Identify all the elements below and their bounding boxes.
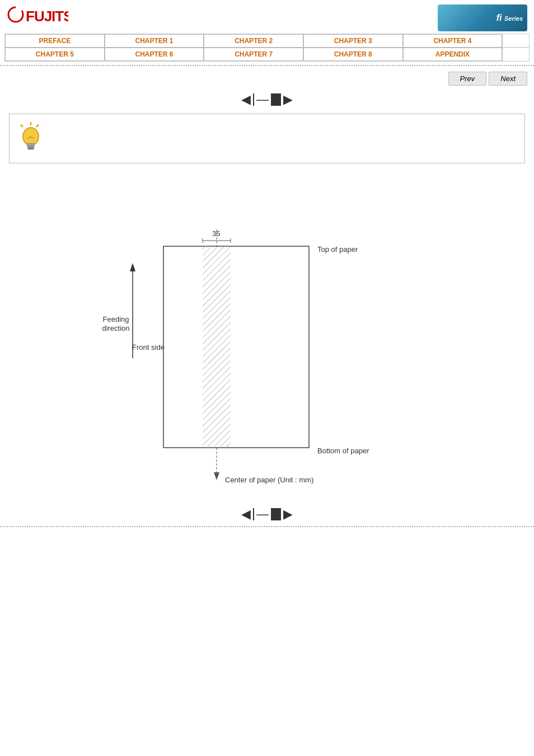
svg-rect-6	[27, 143, 35, 145]
separator-1	[253, 93, 254, 106]
prev-next-bar: Prev Next	[0, 69, 534, 88]
step-back-button[interactable]: —	[256, 93, 269, 106]
svg-text:FUJITSU: FUJITSU	[26, 8, 68, 25]
top-divider	[0, 65, 534, 66]
diagram-area: Feeding direction 35 Top of paper Front …	[0, 168, 534, 504]
nav-chapter1[interactable]: CHAPTER 1	[105, 34, 204, 48]
fujitsu-logo: FUJITSU	[7, 6, 68, 30]
fi-series-text: fi Series	[496, 13, 523, 23]
nav-chapter3[interactable]: CHAPTER 3	[303, 34, 403, 48]
bottom-block-icon	[271, 508, 281, 520]
feeding-direction-line1: Feeding	[103, 315, 129, 323]
center-arrow	[214, 472, 219, 480]
svg-rect-8	[28, 148, 34, 149]
nav-appendix[interactable]: APPENDIX	[403, 48, 503, 61]
prev-button[interactable]: Prev	[448, 72, 487, 86]
bottom-separator-1	[253, 508, 254, 520]
svg-line-4	[21, 125, 23, 127]
svg-point-5	[23, 128, 39, 145]
bottom-step-forward-button[interactable]: ▶	[283, 508, 293, 520]
navigation: PREFACE CHAPTER 1 CHAPTER 2 CHAPTER 3 CH…	[4, 34, 530, 62]
next-button[interactable]: Next	[489, 72, 527, 86]
nav-spacer-1	[502, 34, 529, 48]
step-forward-button[interactable]: ▶	[283, 93, 293, 106]
fi-series-logo: fi Series	[438, 4, 527, 31]
paper-outline	[163, 246, 309, 448]
center-stripe	[203, 246, 231, 448]
nav-preface[interactable]: PREFACE	[5, 34, 105, 48]
svg-rect-7	[27, 145, 34, 148]
measurement-label: 35	[212, 229, 220, 238]
nav-row-2: CHAPTER 5 CHAPTER 6 CHAPTER 7 CHAPTER 8 …	[5, 48, 529, 61]
feeding-direction-line2: direction	[102, 324, 129, 332]
front-side-label: Front side	[132, 343, 165, 351]
bottom-skip-back-button[interactable]: ◀	[241, 508, 251, 520]
nav-chapter4[interactable]: CHAPTER 4	[403, 34, 503, 48]
top-playback-controls: ◀ — ▶	[0, 88, 534, 109]
nav-chapter8[interactable]: CHAPTER 8	[303, 48, 403, 61]
nav-chapter5[interactable]: CHAPTER 5	[5, 48, 105, 61]
skip-back-button[interactable]: ◀	[241, 93, 251, 106]
nav-chapter2[interactable]: CHAPTER 2	[204, 34, 303, 48]
top-paper-label: Top of paper	[317, 245, 358, 253]
header: FUJITSU fi Series	[0, 0, 534, 34]
svg-line-3	[36, 125, 39, 127]
block-icon	[271, 93, 281, 106]
lightbulb-icon	[16, 121, 45, 156]
nav-chapter7[interactable]: CHAPTER 7	[204, 48, 303, 61]
nav-row-1: PREFACE CHAPTER 1 CHAPTER 2 CHAPTER 3 CH…	[5, 34, 529, 48]
bottom-playback-controls: ◀ — ▶	[0, 504, 534, 524]
center-paper-label: Center of paper (Unit : mm)	[225, 476, 313, 484]
bottom-step-back-button[interactable]: —	[256, 508, 269, 520]
paper-diagram: Feeding direction 35 Top of paper Front …	[82, 179, 452, 492]
feeding-arrow	[130, 263, 135, 271]
hint-box	[9, 114, 525, 163]
bottom-paper-label: Bottom of paper	[317, 447, 369, 455]
nav-spacer-2	[502, 48, 529, 61]
fujitsu-logo-svg: FUJITSU	[7, 6, 68, 30]
nav-chapter6[interactable]: CHAPTER 6	[105, 48, 204, 61]
bottom-divider	[0, 526, 534, 527]
